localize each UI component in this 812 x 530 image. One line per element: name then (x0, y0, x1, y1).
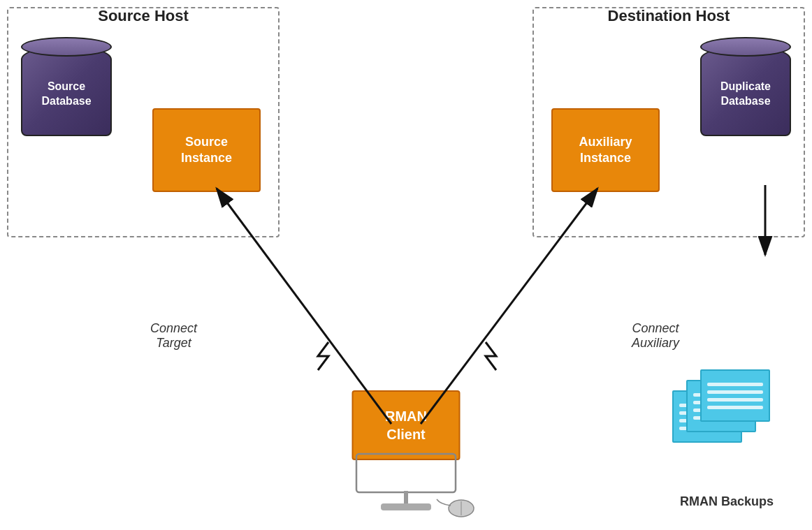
file-line (707, 406, 763, 409)
file-line (707, 390, 763, 394)
aux-instance-label: AuxiliaryInstance (579, 134, 632, 167)
source-db-top (21, 37, 112, 57)
dest-host-label: Destination Host (532, 7, 805, 25)
diagram-container: Source Host Destination Host SourceDatab… (0, 0, 812, 530)
connect-target-label: ConnectTarget (150, 321, 197, 351)
mouse-cord (437, 499, 451, 506)
rman-client-box: RMANClient (352, 390, 461, 460)
source-instance-box: SourceInstance (152, 108, 261, 192)
source-instance-label: SourceInstance (181, 134, 232, 167)
connect-auxiliary-label: ConnectAuxiliary (632, 321, 679, 351)
aux-instance-box: AuxiliaryInstance (551, 108, 660, 192)
mouse-icon (449, 500, 474, 517)
monitor-stand (404, 491, 408, 505)
source-db-label: SourceDatabase (41, 73, 91, 109)
dup-db-body: DuplicateDatabase (700, 45, 791, 136)
rman-client-label: RMANClient (385, 407, 427, 443)
source-database: SourceDatabase (21, 45, 112, 136)
dup-db-top (700, 37, 791, 57)
backup-stack (672, 369, 784, 460)
rman-backups-label: RMAN Backups (680, 494, 774, 509)
backup-file-3 (700, 369, 770, 422)
source-db-body: SourceDatabase (21, 45, 112, 136)
duplicate-database: DuplicateDatabase (700, 45, 791, 136)
lightning-left (318, 342, 328, 370)
dup-db-label: DuplicateDatabase (720, 73, 771, 109)
monitor-base (381, 503, 431, 510)
file-line (707, 398, 763, 402)
file-line (707, 383, 763, 386)
lightning-right (486, 342, 496, 370)
source-host-label: Source Host (7, 7, 280, 25)
